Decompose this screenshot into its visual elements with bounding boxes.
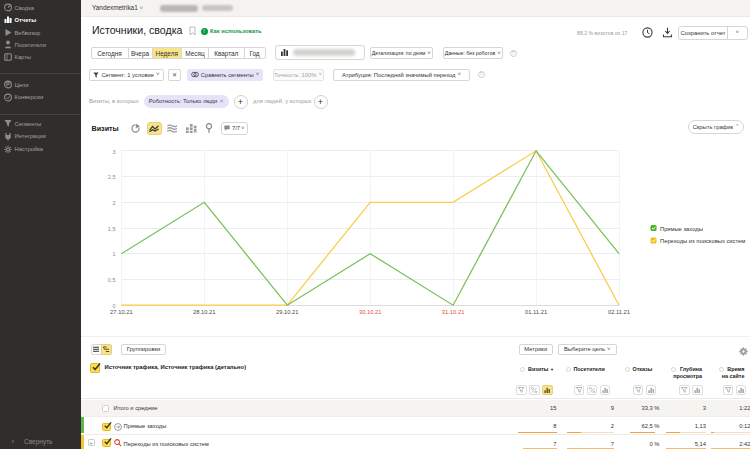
svg-text:0,5: 0,5 xyxy=(108,277,116,283)
svg-text:01.11.21: 01.11.21 xyxy=(525,309,547,315)
svg-text:30.10.21: 30.10.21 xyxy=(359,309,382,315)
svg-text:28.10.21: 28.10.21 xyxy=(193,309,216,315)
svg-text:02.11.21: 02.11.21 xyxy=(608,309,630,315)
svg-text:Переходы из поисковых систем: Переходы из поисковых систем xyxy=(660,238,745,244)
svg-text:29.10.21: 29.10.21 xyxy=(276,309,299,315)
svg-text:27.10.21: 27.10.21 xyxy=(110,309,133,315)
svg-text:31.10.21: 31.10.21 xyxy=(442,309,465,315)
svg-text:Прямые заходы: Прямые заходы xyxy=(660,226,703,232)
svg-text:1,5: 1,5 xyxy=(108,226,116,232)
svg-text:2: 2 xyxy=(112,200,115,206)
svg-text:3: 3 xyxy=(112,149,115,155)
svg-text:2,5: 2,5 xyxy=(108,174,116,180)
svg-text:0: 0 xyxy=(112,303,115,309)
svg-text:1: 1 xyxy=(112,251,115,257)
